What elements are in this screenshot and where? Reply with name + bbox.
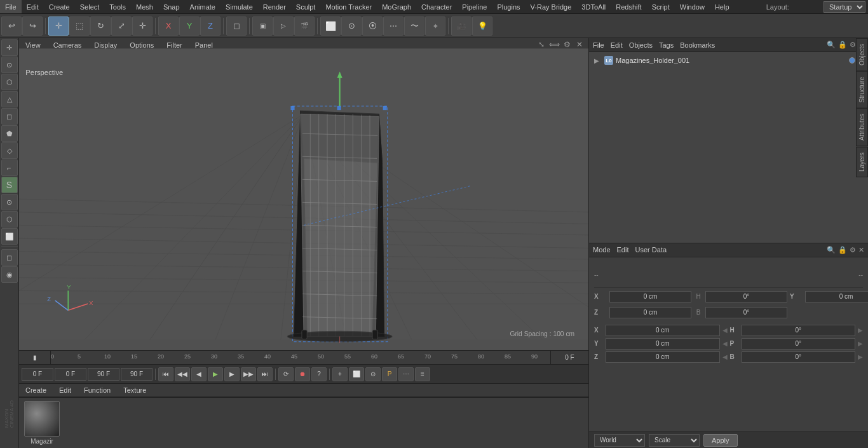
play-button[interactable]: ▶	[208, 367, 223, 381]
left-tool-7[interactable]: ⌐	[1, 160, 18, 176]
start-frame-input[interactable]: 0 F	[22, 368, 53, 381]
render-region-button[interactable]: ▣	[252, 17, 273, 36]
menu-character[interactable]: Character	[416, 0, 457, 13]
attr-menu-edit[interactable]: Edit	[617, 246, 629, 254]
light-button[interactable]: 💡	[472, 17, 492, 36]
move-tool-button[interactable]: ⬚	[69, 17, 90, 36]
left-tool-8[interactable]: S	[1, 177, 18, 193]
left-tool-10[interactable]: ⬡	[1, 211, 18, 227]
symmetry-button[interactable]: ⌖	[425, 17, 445, 36]
left-tool-0[interactable]: ✛	[1, 39, 18, 56]
menu-3dtoall[interactable]: 3DToAll	[576, 0, 611, 13]
go-to-end-button[interactable]: ⏭	[257, 367, 273, 381]
step-forward-button[interactable]: ▶	[224, 367, 240, 381]
menu-select[interactable]: Select	[75, 0, 105, 13]
y-axis-button[interactable]: Y	[179, 17, 200, 36]
mat-menu-edit[interactable]: Edit	[57, 385, 74, 395]
step-back-button[interactable]: ◀	[191, 367, 207, 381]
menu-sculpt[interactable]: Sculpt	[291, 0, 321, 13]
tab-attributes[interactable]: Attributes	[856, 108, 868, 146]
mat-menu-function[interactable]: Function	[81, 385, 113, 395]
left-tool-5[interactable]: ⬟	[1, 125, 18, 142]
menu-vray[interactable]: V-Ray Bridge	[526, 0, 577, 13]
menu-mograph[interactable]: MoGraph	[377, 0, 416, 13]
auto-key-button[interactable]: ?	[311, 367, 327, 381]
h-rotation-input[interactable]	[705, 291, 787, 302]
menu-animate[interactable]: Animate	[185, 0, 220, 13]
tab-structure[interactable]: Structure	[856, 71, 868, 109]
menu-mesh[interactable]: Mesh	[131, 0, 158, 13]
cx-input[interactable]	[606, 325, 720, 336]
mat-menu-create[interactable]: Create	[23, 385, 49, 395]
left-tool-9[interactable]: ⊙	[1, 194, 18, 210]
obj-menu-objects[interactable]: Objects	[629, 41, 653, 49]
tab-objects[interactable]: Objects	[856, 38, 868, 71]
menu-plugins[interactable]: Plugins	[492, 0, 525, 13]
left-tool-6[interactable]: ◇	[1, 142, 18, 159]
go-to-start-button[interactable]: ⏮	[158, 367, 173, 381]
obj-expand-icon[interactable]: ▶	[594, 57, 602, 64]
left-tool-11[interactable]: ⬜	[1, 228, 18, 245]
menu-file[interactable]: File	[0, 0, 22, 13]
cb-input[interactable]	[742, 351, 856, 363]
next-keyframe-button[interactable]: ▶▶	[241, 367, 256, 381]
current-frame-input[interactable]: 0 F	[55, 368, 86, 381]
record-active-button[interactable]: ⊙	[365, 367, 381, 381]
obj-dot-editor[interactable]	[849, 57, 855, 64]
menu-render[interactable]: Render	[258, 0, 291, 13]
timeline-ruler[interactable]: ▮ 0 5 10 15 20 25 30 35 40 45 50 55 60	[19, 350, 588, 364]
select-tool-button[interactable]: ✛	[48, 17, 69, 36]
x-axis-button[interactable]: X	[158, 17, 179, 36]
move-key-button[interactable]: +	[332, 367, 348, 381]
z-axis-button[interactable]: Z	[200, 17, 220, 36]
menu-window[interactable]: Window	[675, 0, 710, 13]
menu-help[interactable]: Help	[710, 0, 735, 13]
record-button[interactable]: ⏺	[295, 367, 310, 381]
world-dropdown[interactable]: World	[594, 434, 645, 447]
attr-settings-icon[interactable]: ⚙	[850, 246, 856, 254]
sweep-button[interactable]: ⦿	[362, 17, 383, 36]
loop-button[interactable]: ⟳	[278, 367, 294, 381]
material-item[interactable]: Magazir	[24, 401, 60, 445]
scale-dropdown[interactable]: Scale	[649, 434, 700, 447]
undo-button[interactable]: ↩	[1, 17, 22, 36]
apply-button[interactable]: Apply	[703, 434, 738, 447]
redo-button[interactable]: ↪	[22, 17, 43, 36]
left-tool-1[interactable]: ⊙	[1, 57, 18, 73]
attr-lock-icon[interactable]: 🔒	[838, 246, 847, 254]
timeline-frame-input[interactable]	[550, 351, 588, 365]
menu-script[interactable]: Script	[647, 0, 675, 13]
obj-menu-bookmarks[interactable]: Bookmarks	[680, 41, 715, 49]
mat-menu-texture[interactable]: Texture	[121, 385, 149, 395]
obj-settings-icon[interactable]: ⚙	[850, 41, 856, 49]
menu-motion-tracker[interactable]: Motion Tracker	[320, 0, 377, 13]
transform-tool-button[interactable]: ✛	[132, 17, 153, 36]
layout-select[interactable]: Startup	[824, 1, 865, 13]
menu-simulate[interactable]: Simulate	[220, 0, 258, 13]
left-tool-12[interactable]: ◻	[1, 249, 18, 266]
tab-layers[interactable]: Layers	[856, 147, 868, 177]
z-position-input[interactable]	[609, 307, 691, 318]
motion-clip-button[interactable]: ≡	[415, 367, 430, 381]
prev-keyframe-button[interactable]: ◀◀	[175, 367, 190, 381]
menu-redshift[interactable]: Redshift	[611, 0, 646, 13]
attr-close-icon[interactable]: ✕	[858, 246, 864, 254]
material-thumbnail[interactable]	[24, 401, 60, 437]
y-position-input[interactable]	[805, 291, 868, 302]
key-mode-button[interactable]: P	[382, 367, 397, 381]
cloner-button[interactable]: ⋯	[383, 17, 403, 36]
attr-menu-userdata[interactable]: User Data	[635, 246, 667, 254]
menu-create[interactable]: Create	[44, 0, 75, 13]
menu-pipeline[interactable]: Pipeline	[457, 0, 492, 13]
menu-edit[interactable]: Edit	[22, 0, 44, 13]
cube-button[interactable]: ⬜	[320, 17, 341, 36]
timeline-toggle-button[interactable]: ⋯	[398, 367, 414, 381]
spline-button[interactable]: 〜	[404, 17, 424, 36]
rotate-tool-button[interactable]: ↻	[90, 17, 111, 36]
camera-button[interactable]: 🎥	[451, 17, 471, 36]
cy-input[interactable]	[606, 338, 720, 350]
b-rotation-input[interactable]	[705, 307, 787, 318]
render-to-picture-button[interactable]: 🎬	[294, 17, 315, 36]
attr-search-icon[interactable]: 🔍	[827, 246, 836, 254]
viewport[interactable]: View Cameras Display Options Filter Pane…	[19, 38, 588, 350]
